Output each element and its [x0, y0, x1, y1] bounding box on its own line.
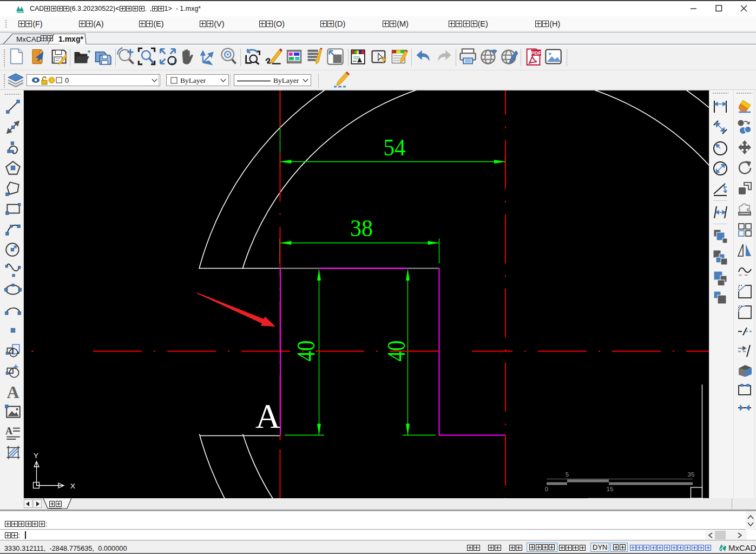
svg-text:A: A: [255, 397, 280, 435]
svg-text:0: 0: [545, 486, 548, 492]
svg-text:54: 54: [384, 134, 406, 161]
svg-text:X: X: [70, 482, 75, 490]
svg-text:MxCAD: MxCAD: [16, 35, 42, 43]
svg-text:38: 38: [350, 214, 373, 242]
svg-text:Y: Y: [34, 452, 38, 460]
svg-text:A: A: [5, 426, 12, 436]
svg-text:A: A: [6, 383, 19, 400]
svg-text:35: 35: [688, 471, 695, 478]
svg-text:15: 15: [607, 486, 614, 492]
svg-text:5: 5: [566, 471, 569, 478]
svg-text:PDF: PDF: [531, 50, 541, 56]
svg-text:1.mxg*: 1.mxg*: [58, 35, 83, 43]
